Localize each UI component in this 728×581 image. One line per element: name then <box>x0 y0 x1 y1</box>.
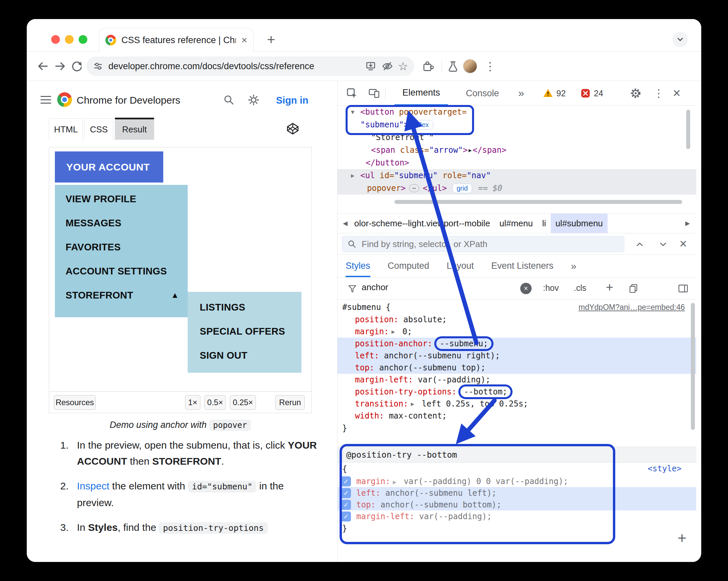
css-property-highlighted[interactable]: position-anchor:--submenu; <box>338 338 696 350</box>
browser-menu-icon[interactable]: ⋮ <box>485 59 496 73</box>
dom-vertical-scrollbar[interactable] <box>686 110 690 149</box>
css-property-checkbox[interactable]: ✓ margin-left: var(--padding); <box>338 510 696 522</box>
settings-gear-icon[interactable] <box>629 87 642 100</box>
expand-triangle-icon[interactable]: ▶ <box>408 400 417 407</box>
breadcrumb-item-selected[interactable]: ul#submenu <box>551 214 607 233</box>
new-style-rule-icon[interactable]: + <box>606 280 613 295</box>
inspect-element-icon[interactable] <box>346 87 358 100</box>
inspect-link[interactable]: Inspect <box>77 480 109 491</box>
new-tab-button[interactable]: + <box>267 32 275 48</box>
menu-item-messages[interactable]: MESSAGES <box>55 211 188 235</box>
stylesheet-link[interactable]: mdYdpOM?ani…pe=embed:46 <box>578 303 685 312</box>
clear-filter-icon[interactable]: × <box>520 283 531 294</box>
checkbox-checked[interactable]: ✓ <box>341 511 351 522</box>
traffic-light-zoom[interactable] <box>79 35 87 44</box>
checkbox-checked[interactable]: ✓ <box>341 488 351 498</box>
toggle-class-button[interactable]: .cls <box>574 283 587 293</box>
show-more-icon[interactable]: ⋯ <box>409 184 419 192</box>
find-input-wrap[interactable] <box>342 236 625 252</box>
css-rule-selector[interactable]: #submenu { mdYdpOM?ani…pe=embed:46 <box>338 301 696 313</box>
browser-tab[interactable]: CSS features reference | Chr × <box>99 28 254 52</box>
css-property-checkbox[interactable]: ✓ top: anchor(--submenu bottom); <box>338 499 696 510</box>
grid-badge[interactable]: grid <box>452 184 472 193</box>
tab-search-button[interactable] <box>673 32 688 47</box>
traffic-light-close[interactable] <box>51 35 60 44</box>
breadcrumb-item[interactable]: li <box>538 214 551 233</box>
css-property[interactable]: position: absolute; <box>338 313 696 326</box>
dom-row-selected[interactable]: ▶<ul id="submenu" role="nav" <box>338 169 696 182</box>
filter-input[interactable] <box>362 282 509 293</box>
omnibox[interactable]: ☆ <box>86 56 414 76</box>
experiments-flask-icon[interactable] <box>446 59 460 73</box>
chevron-up-icon[interactable] <box>635 239 645 249</box>
tab-layout[interactable]: Layout <box>447 255 474 277</box>
site-settings-icon[interactable] <box>92 60 104 72</box>
dom-row[interactable]: <span class="arrow">▸</span> <box>338 144 696 157</box>
sign-in-link[interactable]: Sign in <box>276 95 309 106</box>
errors-badge[interactable]: 24 <box>580 88 603 99</box>
breadcrumb-prev-icon[interactable]: ◀ <box>341 220 349 227</box>
breadcrumb-item[interactable]: olor-scheme--light.viewport--mobile <box>349 214 495 233</box>
eye-off-icon[interactable] <box>382 60 393 72</box>
traffic-light-minimize[interactable] <box>65 35 74 44</box>
submenu-item-sign-out[interactable]: SIGN OUT <box>188 343 302 367</box>
tab-computed[interactable]: Computed <box>388 255 430 277</box>
find-input[interactable] <box>362 239 619 249</box>
menu-item-account-settings[interactable]: ACCOUNT SETTINGS <box>55 259 188 283</box>
css-property-highlighted[interactable]: top: anchor(--submenu top); <box>338 362 696 374</box>
chevron-down-icon[interactable] <box>658 239 668 249</box>
expand-triangle-icon[interactable]: ▼ <box>351 109 360 115</box>
devtools-menu-icon[interactable]: ⋮ <box>653 87 664 100</box>
css-property[interactable]: transition:▶ left 0.25s, top 0.25s; <box>338 398 696 410</box>
menu-item-favorites[interactable]: FAVORITES <box>55 235 188 259</box>
tab-styles[interactable]: Styles <box>346 255 370 277</box>
scale-025x-button[interactable]: 0.25× <box>230 395 256 410</box>
tab-html[interactable]: HTML <box>49 118 83 140</box>
css-property-highlighted[interactable]: left: anchor(--submenu right); <box>338 350 696 362</box>
submenu-item-listings[interactable]: LISTINGS <box>188 295 302 319</box>
warnings-badge[interactable]: 92 <box>542 88 566 99</box>
breadcrumb-item[interactable]: ul#menu <box>495 214 538 233</box>
reload-icon[interactable] <box>70 59 84 73</box>
toggle-sidebar-icon[interactable] <box>677 283 689 294</box>
dom-row[interactable]: "submenu"> flex <box>338 118 696 131</box>
menu-item-storefront[interactable]: STOREFRONT ▲ <box>55 283 188 307</box>
hamburger-menu-icon[interactable] <box>41 93 51 106</box>
expand-triangle-icon[interactable]: ▶ <box>351 172 360 179</box>
checkbox-checked[interactable]: ✓ <box>341 500 351 510</box>
find-close-icon[interactable]: × <box>679 237 687 251</box>
forward-icon[interactable] <box>54 59 67 73</box>
dom-row[interactable]: </button> <box>338 157 696 169</box>
horizontal-scrollbar[interactable] <box>394 200 682 204</box>
bookmark-star-icon[interactable]: ☆ <box>398 59 408 73</box>
css-property[interactable]: margin:▶ 0; <box>338 326 696 338</box>
submenu-item-special-offers[interactable]: SPECIAL OFFERS <box>188 319 302 343</box>
dom-row-selected[interactable]: popover> ⋯ </ul> grid == $0 <box>338 182 696 195</box>
css-property[interactable]: margin-left: var(--padding); <box>338 374 696 386</box>
tab-elements[interactable]: Elements <box>394 81 448 106</box>
dom-row[interactable]: ▼<button popovertarget= <box>338 106 696 118</box>
css-property[interactable]: width: max-content; <box>338 410 696 422</box>
codepen-cube-icon[interactable] <box>286 122 300 136</box>
styles-vertical-scrollbar[interactable] <box>691 303 695 430</box>
rerun-button[interactable]: Rerun <box>275 395 305 410</box>
checkbox-checked[interactable]: ✓ <box>341 476 351 487</box>
tab-event-listeners[interactable]: Event Listeners <box>491 255 553 277</box>
scale-05x-button[interactable]: 0.5× <box>204 395 226 410</box>
your-account-button[interactable]: YOUR ACCOUNT <box>55 151 163 183</box>
add-rule-plus-icon[interactable]: + <box>677 529 686 547</box>
dom-row[interactable]: "Storefront " <box>338 131 696 144</box>
device-toolbar-icon[interactable] <box>368 87 381 100</box>
scale-1x-button[interactable]: 1× <box>185 395 200 410</box>
css-property[interactable]: position-try-options:--bottom; <box>338 386 696 398</box>
breadcrumb-next-icon[interactable]: ▶ <box>683 220 692 227</box>
expand-triangle-icon[interactable]: ▶ <box>390 479 399 486</box>
install-icon[interactable] <box>365 60 377 72</box>
menu-item-view-profile[interactable]: VIEW PROFILE <box>55 187 188 211</box>
css-property-checkbox[interactable]: ✓ left: anchor(--submenu left); <box>338 487 696 499</box>
resources-button[interactable]: Resources <box>54 395 96 410</box>
back-icon[interactable] <box>36 59 50 73</box>
devtools-close-icon[interactable]: × <box>673 86 680 101</box>
more-tabs-icon[interactable]: » <box>571 260 576 272</box>
theme-sun-icon[interactable] <box>247 93 260 106</box>
